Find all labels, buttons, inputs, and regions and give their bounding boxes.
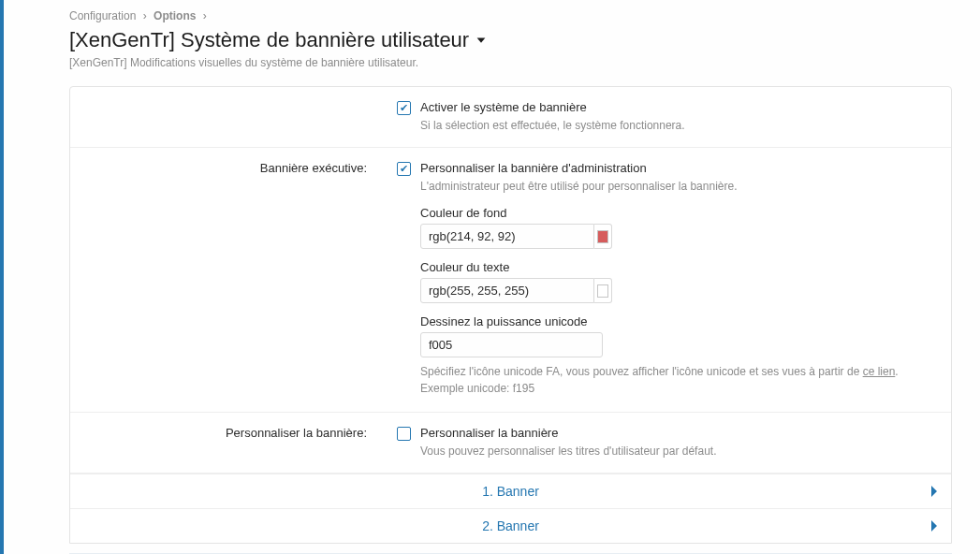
executive-row-label: Bannière exécutive: xyxy=(70,148,384,412)
bg-color-input[interactable] xyxy=(420,224,594,249)
chevron-right-icon xyxy=(930,486,938,497)
text-color-input[interactable] xyxy=(420,278,594,303)
page-title-text: [XenGenTr] Système de bannière utilisate… xyxy=(69,28,469,52)
breadcrumb-root[interactable]: Configuration xyxy=(69,9,136,22)
banner-2-row[interactable]: 2. Banner xyxy=(70,508,951,543)
unicode-hint-post: . xyxy=(895,365,898,378)
text-color-swatch-inner xyxy=(597,284,608,298)
unicode-input[interactable] xyxy=(420,332,603,357)
unicode-hint-link[interactable]: ce lien xyxy=(863,365,896,378)
breadcrumb: Configuration › Options › xyxy=(69,9,952,22)
chevron-right-icon: › xyxy=(143,9,147,22)
text-color-label: Couleur du texte xyxy=(420,260,934,274)
executive-desc: L'administrateur peut être utilisé pour … xyxy=(420,180,934,193)
chevron-right-icon xyxy=(930,520,938,532)
executive-checkbox[interactable] xyxy=(397,162,411,176)
caret-down-icon xyxy=(475,28,488,52)
banner-1-title: 1. Banner xyxy=(482,484,539,499)
executive-label[interactable]: Personnaliser la bannière d'administrati… xyxy=(420,161,647,175)
bg-color-label: Couleur de fond xyxy=(420,206,934,220)
unicode-hint: Spécifiez l'icône unicode FA, vous pouve… xyxy=(420,363,934,397)
banner-2-title: 2. Banner xyxy=(482,518,539,533)
custom-checkbox[interactable] xyxy=(397,427,411,441)
page-title[interactable]: [XenGenTr] Système de bannière utilisate… xyxy=(69,28,952,52)
activate-checkbox[interactable] xyxy=(397,101,411,115)
text-color-swatch[interactable] xyxy=(594,278,612,303)
activate-label[interactable]: Activer le système de bannière xyxy=(420,100,587,114)
page-subtitle: [XenGenTr] Modifications visuelles du sy… xyxy=(69,56,952,69)
bg-color-swatch[interactable] xyxy=(594,224,612,249)
options-panel: Activer le système de bannière Si la sél… xyxy=(69,86,952,544)
custom-desc: Vous pouvez personnaliser les titres d'u… xyxy=(420,445,934,458)
activate-desc: Si la sélection est effectuée, le systèm… xyxy=(420,119,934,132)
custom-row-label: Personnaliser la bannière: xyxy=(70,413,384,473)
banner-1-row[interactable]: 1. Banner xyxy=(70,474,951,508)
chevron-right-icon: › xyxy=(203,9,207,22)
custom-label[interactable]: Personnaliser la bannière xyxy=(420,426,558,440)
bg-color-swatch-inner xyxy=(597,230,608,243)
unicode-label: Dessinez la puissance unicode xyxy=(420,314,934,328)
breadcrumb-current[interactable]: Options xyxy=(154,9,196,22)
unicode-example: Exemple unicode: f195 xyxy=(420,382,534,395)
